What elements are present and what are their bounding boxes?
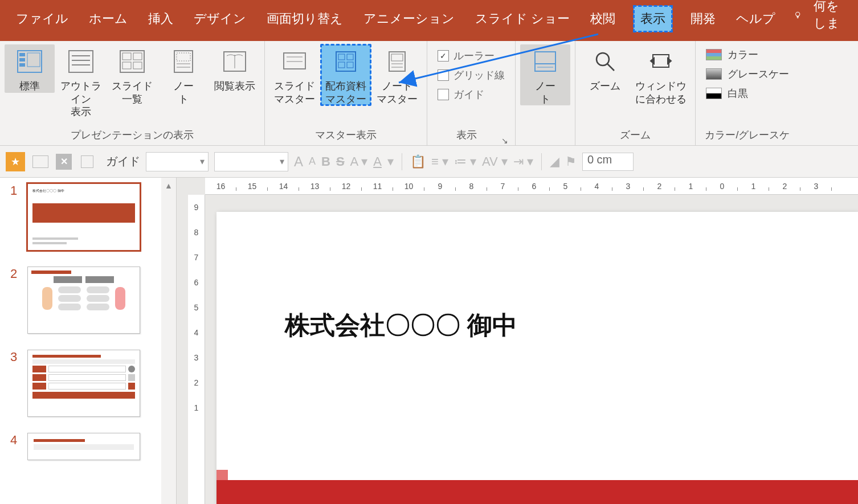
btn-slide-sorter[interactable]: スライド 一覧 bbox=[107, 44, 157, 105]
btn-outline-view[interactable]: アウトライン 表示 bbox=[56, 44, 106, 118]
svg-rect-26 bbox=[338, 62, 345, 68]
btn-reading-view[interactable]: 閲覧表示 bbox=[210, 44, 260, 93]
btn-color[interactable]: カラー bbox=[706, 48, 789, 62]
thumbnail-1[interactable]: 1 株式会社〇〇〇 御中 bbox=[10, 183, 169, 251]
qb-eraser-icon[interactable]: ◢ bbox=[550, 154, 559, 169]
tab-design[interactable]: デザイン bbox=[191, 6, 248, 32]
tab-transitions[interactable]: 画面切り替え bbox=[264, 6, 345, 32]
thumbnail-4[interactable]: 4 bbox=[10, 433, 169, 460]
thumbnail-scrollbar[interactable]: ▲ bbox=[161, 178, 176, 504]
group-notes-spacer bbox=[520, 128, 570, 145]
thumbnail-number: 2 bbox=[10, 267, 21, 281]
slide-canvas-area: 161514131211109876543210123 987654321 株式… bbox=[177, 178, 858, 504]
qb-paste-icon[interactable]: 📋 bbox=[410, 154, 426, 169]
tab-review[interactable]: 校閲 bbox=[588, 6, 618, 32]
tab-help[interactable]: ヘルプ bbox=[734, 6, 778, 32]
svg-rect-23 bbox=[336, 52, 356, 71]
color-swatch-icon bbox=[706, 49, 722, 60]
tab-home[interactable]: ホーム bbox=[87, 6, 130, 32]
thumbnail-number: 4 bbox=[10, 433, 21, 448]
btn-slide-master-label: スライド マスター bbox=[274, 80, 315, 105]
qb-align-icon[interactable]: ≡ ▾ bbox=[431, 154, 448, 169]
svg-rect-37 bbox=[653, 55, 669, 67]
btn-zoom[interactable]: ズーム bbox=[580, 44, 630, 93]
btn-notes-master[interactable]: ノート マスター bbox=[372, 44, 422, 105]
check-gridlines-label: グリッド線 bbox=[453, 68, 505, 82]
checkbox-icon bbox=[438, 69, 449, 81]
tab-developer[interactable]: 開発 bbox=[688, 6, 718, 32]
check-guides[interactable]: ガイド bbox=[438, 88, 505, 101]
separator bbox=[402, 153, 402, 170]
qb-rect-icon[interactable] bbox=[31, 152, 50, 171]
qb-flag-icon[interactable]: ⚑ bbox=[565, 154, 577, 169]
btn-color-label: カラー bbox=[728, 48, 758, 62]
menu-bar: ファイル ホーム 挿入 デザイン 画面切り替え アニメーション スライド ショー… bbox=[0, 0, 858, 41]
svg-rect-12 bbox=[133, 53, 142, 60]
btn-normal-view[interactable]: 標準 bbox=[5, 44, 55, 93]
svg-rect-25 bbox=[347, 54, 353, 60]
svg-rect-14 bbox=[133, 62, 142, 69]
btn-grayscale[interactable]: グレースケー bbox=[706, 67, 789, 81]
svg-rect-15 bbox=[174, 51, 193, 72]
qb-dropdown-2[interactable]: ▾ bbox=[214, 152, 288, 171]
group-show-label: 表示 bbox=[432, 126, 501, 145]
btn-slide-sorter-label: スライド 一覧 bbox=[112, 80, 153, 105]
outline-view-icon bbox=[67, 48, 95, 75]
svg-rect-6 bbox=[69, 51, 93, 72]
checkbox-icon bbox=[438, 89, 449, 100]
tab-view[interactable]: 表示 bbox=[634, 6, 672, 32]
quick-access-toolbar: ★ ✕ ガイド ▾ ▾ A A B S A ▾ A▾ 📋 ≡ ▾ ≔ ▾ AV … bbox=[0, 146, 858, 178]
qb-strike[interactable]: S bbox=[336, 154, 345, 169]
group-presentation-views-label: プレゼンテーションの表示 bbox=[5, 126, 260, 145]
btn-notes-pane[interactable]: ノー ト bbox=[520, 44, 570, 105]
btn-slide-master[interactable]: スライド マスター bbox=[269, 44, 320, 105]
btn-notes-pane-label: ノー ト bbox=[535, 80, 555, 105]
tab-animations[interactable]: アニメーション bbox=[361, 6, 457, 32]
qb-close-icon[interactable]: ✕ bbox=[56, 154, 72, 170]
group-color-label: カラー/グレースケ bbox=[700, 126, 795, 145]
thumbnail-3[interactable]: 3 bbox=[10, 350, 169, 417]
qb-bold[interactable]: B bbox=[321, 154, 330, 169]
bulb-icon bbox=[794, 8, 802, 22]
qb-font-increase[interactable]: A bbox=[294, 154, 303, 170]
separator bbox=[541, 153, 542, 170]
qb-measure-input[interactable]: 0 cm bbox=[582, 153, 634, 171]
normal-view-icon bbox=[16, 48, 43, 75]
dialog-launcher-icon[interactable]: ↘ bbox=[501, 136, 510, 145]
slide-thumbnail-panel: 1 株式会社〇〇〇 御中 2 bbox=[0, 178, 177, 504]
scroll-up-icon[interactable]: ▲ bbox=[165, 178, 173, 194]
qb-favorite-icon[interactable]: ★ bbox=[6, 152, 25, 171]
tab-file[interactable]: ファイル bbox=[14, 6, 71, 32]
qb-highlight[interactable]: A bbox=[373, 154, 382, 169]
svg-rect-11 bbox=[122, 53, 131, 60]
qb-dropdown-1[interactable]: ▾ bbox=[146, 152, 209, 171]
btn-handout-master[interactable]: 配布資料 マスター bbox=[321, 44, 371, 105]
thumbnail-2[interactable]: 2 bbox=[10, 267, 169, 334]
svg-rect-24 bbox=[338, 54, 345, 60]
check-ruler-label: ルーラー bbox=[453, 49, 495, 63]
qb-indent-icon[interactable]: ⇥ ▾ bbox=[513, 154, 533, 169]
slide-master-icon bbox=[281, 48, 308, 75]
check-ruler[interactable]: ✓ルーラー bbox=[438, 49, 505, 63]
qb-font-decrease[interactable]: A bbox=[309, 155, 316, 167]
fit-window-icon bbox=[647, 48, 675, 75]
main-area: 1 株式会社〇〇〇 御中 2 bbox=[0, 178, 858, 504]
qb-spacing-icon[interactable]: AV ▾ bbox=[482, 154, 508, 169]
qb-checkbox-icon[interactable] bbox=[77, 152, 97, 171]
btn-notes-page[interactable]: ノー ト bbox=[158, 44, 209, 105]
btn-bw[interactable]: 白黒 bbox=[706, 87, 789, 100]
check-gridlines[interactable]: グリッド線 bbox=[438, 68, 505, 82]
group-show: ✓ルーラー グリッド線 ガイド 表示 ↘ bbox=[427, 41, 516, 145]
qb-list-icon[interactable]: ≔ ▾ bbox=[454, 154, 476, 169]
tell-me[interactable]: 何をしま bbox=[794, 0, 844, 32]
tab-insert[interactable]: 挿入 bbox=[146, 6, 175, 32]
tab-slideshow[interactable]: スライド ショー bbox=[473, 6, 572, 32]
zoom-icon bbox=[591, 48, 619, 75]
slide-title-text[interactable]: 株式会社〇〇〇 御中 bbox=[285, 309, 517, 342]
btn-reading-view-label: 閲覧表示 bbox=[214, 80, 255, 93]
slide-sorter-icon bbox=[119, 48, 146, 75]
group-notes: ノー ト bbox=[516, 41, 575, 145]
qb-font-color[interactable]: A ▾ bbox=[350, 154, 368, 169]
btn-fit-window[interactable]: ウィンドウ に合わせる bbox=[631, 44, 691, 105]
slide-canvas[interactable]: 株式会社〇〇〇 御中 bbox=[216, 212, 858, 504]
